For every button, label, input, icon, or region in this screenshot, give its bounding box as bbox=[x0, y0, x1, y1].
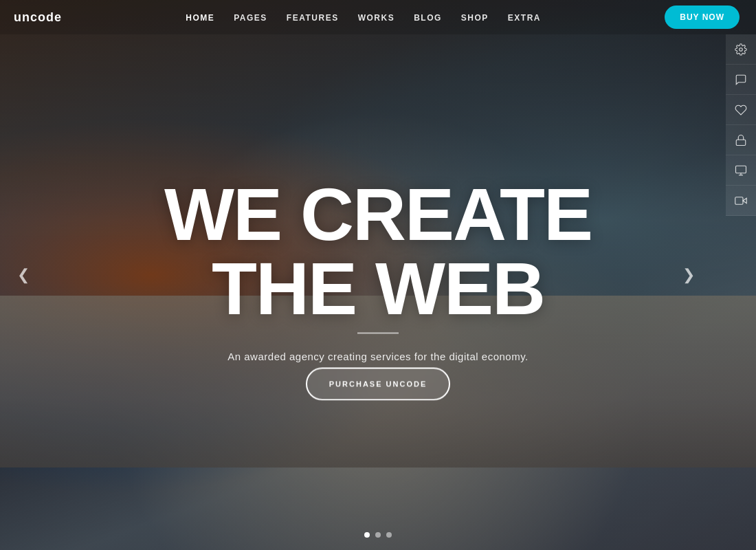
video-icon[interactable] bbox=[726, 186, 756, 216]
hero-title-line2: THE WEB bbox=[212, 247, 544, 330]
svg-rect-6 bbox=[735, 197, 743, 204]
slider-next-button[interactable]: ❯ bbox=[676, 263, 701, 287]
nav-item-pages[interactable]: PAGES bbox=[234, 11, 267, 23]
hero-section: uncode HOME PAGES FEATURES WORKS BLOG SH… bbox=[0, 0, 756, 550]
nav-link-extra[interactable]: EXTRA bbox=[508, 13, 541, 23]
lock-icon[interactable] bbox=[726, 125, 756, 155]
hero-content: WE CREATE THE WEB An awarded agency crea… bbox=[137, 177, 619, 401]
svg-marker-5 bbox=[743, 198, 746, 204]
nav-link-shop[interactable]: SHOP bbox=[461, 13, 489, 23]
svg-rect-1 bbox=[736, 140, 746, 145]
nav-link-features[interactable]: FEATURES bbox=[287, 13, 339, 23]
nav-link-works[interactable]: WORKS bbox=[358, 13, 395, 23]
hero-title: WE CREATE THE WEB bbox=[137, 177, 619, 326]
slide-dot-2[interactable] bbox=[375, 532, 381, 538]
navbar: uncode HOME PAGES FEATURES WORKS BLOG SH… bbox=[0, 0, 756, 34]
hero-subtitle: An awarded agency creating services for … bbox=[137, 351, 619, 362]
sidebar-icons bbox=[726, 34, 756, 216]
slide-dots bbox=[364, 532, 392, 538]
nav-link-blog[interactable]: BLOG bbox=[414, 13, 442, 23]
nav-item-features[interactable]: FEATURES bbox=[287, 11, 339, 23]
svg-rect-2 bbox=[736, 166, 746, 173]
hero-cta-button[interactable]: PURCHASE UNCODE bbox=[306, 368, 450, 401]
slide-dot-3[interactable] bbox=[386, 532, 392, 538]
slide-dot-1[interactable] bbox=[364, 532, 370, 538]
logo[interactable]: uncode bbox=[14, 10, 62, 25]
nav-links: HOME PAGES FEATURES WORKS BLOG SHOP EXTR… bbox=[186, 11, 541, 23]
nav-item-blog[interactable]: BLOG bbox=[414, 11, 442, 23]
heart-icon[interactable] bbox=[726, 95, 756, 125]
nav-item-shop[interactable]: SHOP bbox=[461, 11, 489, 23]
nav-link-home[interactable]: HOME bbox=[186, 13, 214, 23]
nav-link-pages[interactable]: PAGES bbox=[234, 13, 267, 23]
nav-item-works[interactable]: WORKS bbox=[358, 11, 395, 23]
gear-icon[interactable] bbox=[726, 34, 756, 65]
buy-now-button[interactable]: BUY NOW bbox=[665, 6, 740, 29]
hero-divider bbox=[357, 333, 399, 334]
slider-prev-button[interactable]: ❮ bbox=[11, 263, 36, 287]
monitor-icon[interactable] bbox=[726, 155, 756, 186]
nav-item-home[interactable]: HOME bbox=[186, 11, 214, 23]
svg-point-0 bbox=[740, 47, 743, 51]
hero-title-line1: WE CREATE bbox=[164, 173, 592, 256]
comment-icon[interactable] bbox=[726, 65, 756, 95]
nav-item-extra[interactable]: EXTRA bbox=[508, 11, 541, 23]
